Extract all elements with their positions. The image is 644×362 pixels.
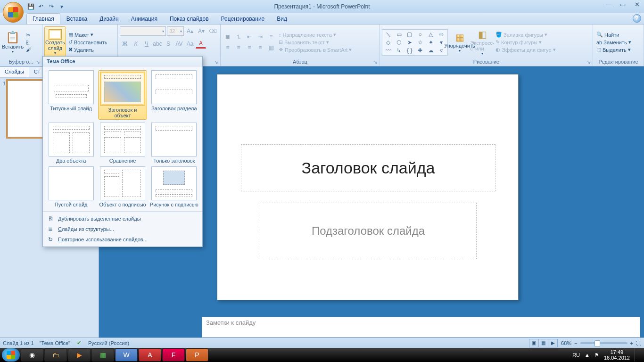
layout-option[interactable]: Объект с подписью [98, 166, 147, 207]
tray-action-icon[interactable]: ⚑ [594, 352, 599, 358]
show-desktop-button[interactable] [635, 348, 639, 362]
zoom-slider[interactable] [580, 342, 627, 344]
arrange-button[interactable]: ▦ Упорядочить▾ [449, 26, 471, 58]
underline-button[interactable]: Ч [141, 39, 152, 49]
shape-effects-button[interactable]: ◐Эффекты для фигур ▾ [494, 46, 557, 53]
undo-icon[interactable]: ↶ [37, 2, 45, 11]
notes-pane[interactable]: Заметки к слайду [202, 317, 640, 337]
cut-button[interactable]: ✂ [25, 32, 33, 39]
shape-outline-button[interactable]: ✎Контур фигуры ▾ [494, 39, 557, 46]
taskbar-app2[interactable]: F [162, 348, 185, 362]
strike-button[interactable]: abc [152, 39, 163, 49]
subtitle-placeholder[interactable]: Подзаголовок слайда [260, 203, 477, 259]
quick-styles-button[interactable]: ◧ Экспресс-стили▾ [471, 26, 493, 58]
minimize-button[interactable]: — [602, 0, 616, 8]
tab-review[interactable]: Рецензирование [215, 13, 271, 24]
replace-button[interactable]: abЗаменить ▾ [595, 39, 633, 46]
new-slide-button[interactable]: Создать слайд ▾ [44, 26, 66, 58]
spellcheck-icon[interactable]: ✔ [76, 340, 83, 346]
start-button[interactable] [2, 348, 20, 362]
dialog-launcher-icon[interactable]: ↘ [214, 59, 219, 65]
clear-format-icon[interactable]: ⌫ [207, 26, 218, 36]
select-button[interactable]: ⬚Выделить ▾ [595, 46, 633, 53]
shape-brace-icon[interactable]: { } [405, 47, 415, 54]
redo-icon[interactable]: ↷ [47, 2, 56, 11]
tray-flag-icon[interactable]: ▲ [585, 352, 590, 358]
pane-tab-slides[interactable]: Слайды [0, 66, 29, 77]
close-button[interactable]: ✕ [630, 0, 644, 8]
shape-arrow2-icon[interactable]: ➤ [405, 39, 415, 47]
shrink-font-icon[interactable]: A▾ [196, 26, 206, 36]
font-name-combo[interactable] [120, 26, 166, 36]
shape-roundrect-icon[interactable]: ▢ [405, 31, 415, 39]
office-button[interactable] [3, 2, 24, 23]
layout-option[interactable]: Заголовок и объект [98, 70, 147, 120]
layout-option[interactable]: Пустой слайд [47, 166, 95, 207]
shape-diamond-icon[interactable]: ◇ [383, 39, 394, 47]
gallery-menu-item[interactable]: ↻Повторное использование слайдов... [43, 234, 202, 245]
tab-design[interactable]: Дизайн [93, 13, 124, 24]
taskbar-word[interactable]: W [115, 348, 138, 362]
numbering-icon[interactable]: ⒈ [233, 32, 244, 41]
smartart-button[interactable]: ❖Преобразовать в SmartArt ▾ [277, 46, 353, 53]
font-size-combo[interactable]: 32 [167, 26, 184, 36]
help-button[interactable]: ? [633, 14, 641, 23]
line-spacing-icon[interactable]: ≡ [266, 32, 276, 41]
grow-font-icon[interactable]: A▴ [185, 26, 195, 36]
font-color-button[interactable]: A [196, 39, 206, 49]
fit-window-icon[interactable]: ⛶ [636, 340, 641, 346]
tab-home[interactable]: Главная [26, 13, 60, 24]
shape-oval-icon[interactable]: ○ [415, 31, 426, 39]
columns-icon[interactable]: ▥ [266, 43, 276, 52]
shape-connector-icon[interactable]: ↳ [394, 47, 405, 54]
title-placeholder[interactable]: Заголовок слайда [241, 144, 495, 191]
shape-curve-icon[interactable]: 〰 [383, 47, 394, 54]
dialog-launcher-icon[interactable]: ↘ [35, 59, 41, 65]
shape-fill-button[interactable]: 🪣Заливка фигуры ▾ [494, 31, 557, 38]
maximize-button[interactable]: ▭ [616, 0, 630, 8]
shape-triangle-icon[interactable]: △ [426, 31, 436, 39]
layout-option[interactable]: Два объекта [47, 123, 95, 164]
delete-slide-button[interactable]: ✖Удалить [67, 46, 108, 53]
shape-star-icon[interactable]: ☆ [415, 39, 426, 47]
italic-button[interactable]: К [131, 39, 141, 49]
gallery-menu-item[interactable]: ⎘Дублировать выделенные слайды [43, 214, 202, 224]
layout-option[interactable]: Сравнение [98, 123, 147, 164]
status-language[interactable]: Русский (Россия) [88, 340, 129, 346]
text-direction-button[interactable]: ↕Направление текста ▾ [277, 31, 353, 38]
shape-arrow-icon[interactable]: ⇨ [437, 31, 447, 39]
shape-hexagon-icon[interactable]: ⬡ [394, 39, 405, 47]
bold-button[interactable]: Ж [120, 39, 130, 49]
tray-clock[interactable]: 17:49 16.04.2012 [604, 349, 630, 361]
find-button[interactable]: 🔍Найти [595, 31, 633, 38]
gallery-menu-item[interactable]: ≣Слайды из структуры... [43, 224, 202, 234]
copy-button[interactable]: ⎘ [25, 39, 33, 46]
layout-option[interactable]: Рисунок с подписью [150, 166, 198, 207]
paste-button[interactable]: 📋 Вставить ▾ [2, 26, 24, 58]
shape-rect-icon[interactable]: ▭ [394, 31, 405, 39]
align-left-icon[interactable]: ≡ [223, 43, 233, 52]
layout-option[interactable]: Только заголовок [150, 123, 198, 164]
slide-canvas[interactable]: Заголовок слайда Подзаголовок слайда [217, 74, 519, 300]
tab-slideshow[interactable]: Показ слайдов [164, 13, 215, 24]
align-text-button[interactable]: ⊟Выровнять текст ▾ [277, 39, 353, 46]
sorter-view-icon[interactable]: ▦ [539, 339, 548, 347]
tab-insert[interactable]: Вставка [60, 13, 94, 24]
zoom-out-icon[interactable]: − [574, 340, 577, 346]
reset-button[interactable]: ↺Восстановить [67, 39, 108, 46]
shape-callout-icon[interactable]: ✦ [426, 39, 436, 47]
taskbar-powerpoint[interactable]: P [186, 348, 208, 362]
dialog-launcher-icon[interactable]: ↘ [586, 59, 592, 65]
align-right-icon[interactable]: ≡ [244, 43, 255, 52]
normal-view-icon[interactable]: ▣ [529, 339, 539, 347]
save-icon[interactable]: 💾 [26, 2, 35, 11]
shadow-button[interactable]: S [163, 39, 173, 49]
taskbar-wmp[interactable]: ▶ [68, 348, 91, 362]
spacing-button[interactable]: AV [174, 39, 184, 49]
taskbar-acrobat[interactable]: A [139, 348, 161, 362]
dialog-launcher-icon[interactable]: ↘ [373, 59, 379, 65]
align-center-icon[interactable]: ≡ [233, 43, 244, 52]
taskbar-explorer[interactable]: 🗀 [44, 348, 67, 362]
align-justify-icon[interactable]: ≡ [255, 43, 265, 52]
layout-option[interactable]: Титульный слайд [47, 70, 95, 120]
